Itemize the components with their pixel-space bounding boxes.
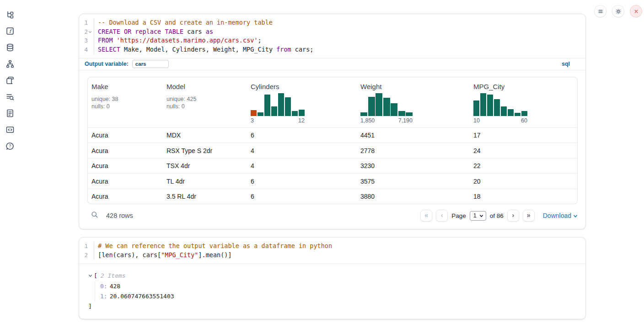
histogram-bar (406, 112, 413, 116)
histogram-bar (258, 112, 263, 116)
file-tree-icon[interactable] (5, 10, 15, 19)
column-header-weight[interactable]: Weight1,8507,190 (357, 77, 470, 127)
table-cell: Acura (88, 159, 163, 174)
column-header-make[interactable]: Makeunique: 38nulls: 0 (88, 77, 163, 127)
tree-value: 20.060747663551403 (110, 293, 174, 300)
download-button[interactable]: Download (543, 212, 578, 219)
table-cell: Acura (88, 174, 163, 189)
histogram-bar (515, 113, 521, 116)
table-row[interactable]: AcuraTL 4dr6357520 (88, 173, 577, 189)
table-cell: 4 (247, 143, 357, 158)
documentation-icon[interactable] (5, 109, 15, 118)
code-line[interactable]: 3FROM 'https://datasets.marimo.app/cars.… (79, 36, 585, 45)
code-line[interactable]: 2CREATE OR replace TABLE cars as (79, 27, 585, 37)
column-header-model[interactable]: Modelunique: 425nulls: 0 (163, 77, 247, 127)
fold-slot (88, 253, 92, 258)
table-cell: 4 (247, 159, 357, 174)
histogram-bar (368, 97, 375, 116)
collapse-chevron-icon[interactable] (88, 274, 92, 278)
table-row[interactable]: AcuraRSX Type S 2dr4277824 (88, 143, 577, 158)
table-row[interactable]: AcuraMDX6445117 (88, 127, 577, 143)
table-cell: 6 (247, 189, 357, 204)
prev-page-button[interactable]: ‹ (436, 210, 448, 222)
settings-button[interactable] (612, 5, 624, 17)
column-histogram[interactable]: 1060 (473, 93, 527, 124)
sql-code-editor[interactable]: 1-- Download a CSV and create an in-memo… (79, 14, 585, 58)
table-row[interactable]: AcuraTSX 4dr4323022 (88, 158, 577, 174)
line-number-gutter: 4 (79, 45, 94, 54)
line-number: 1 (84, 242, 88, 251)
histogram-bar (480, 93, 486, 116)
row-count-label: 428 rows (106, 212, 133, 219)
last-page-button[interactable]: » (523, 210, 535, 222)
items-count-label: 2 Items (101, 271, 126, 280)
logs-icon[interactable] (5, 92, 15, 101)
page-label: Page (451, 212, 466, 219)
code-line[interactable]: 1# We can reference the output variable … (79, 242, 585, 251)
table-cell: 6 (247, 174, 357, 189)
next-page-button[interactable]: › (507, 210, 519, 222)
line-number: 1 (84, 18, 88, 27)
histogram-axis-labels: 1,8507,190 (360, 117, 413, 124)
fold-chevron-icon[interactable] (88, 29, 92, 35)
table-cell: 6 (247, 128, 357, 143)
pagination: « ‹ Page 1 of 86 › » Download (420, 210, 578, 222)
table-cell: 20 (470, 174, 577, 189)
shutdown-button[interactable] (630, 5, 642, 17)
snippets-icon[interactable] (5, 125, 15, 134)
scratchpad-icon[interactable] (5, 76, 15, 85)
column-stats: unique: 425nulls: 0 (166, 95, 243, 111)
python-code-editor[interactable]: 1# We can reference the output variable … (79, 238, 585, 263)
code-line[interactable]: 1-- Download a CSV and create an in-memo… (79, 18, 585, 27)
chevron-down-icon (573, 214, 578, 218)
histogram-axis-labels: 1060 (473, 117, 527, 124)
histogram-bar (360, 112, 367, 116)
table-cell: 24 (470, 143, 577, 158)
table-cell: 3.5 RL 4dr (163, 189, 247, 204)
fold-slot (88, 38, 92, 43)
code-line[interactable]: 4SELECT Make, Model, Cylinders, Weight, … (79, 45, 585, 54)
help-icon[interactable]: ? (5, 142, 15, 151)
column-header-cylinders[interactable]: Cylinders312 (247, 77, 357, 127)
fold-slot (88, 47, 92, 53)
column-histogram[interactable]: 1,8507,190 (360, 93, 413, 124)
code-text: SELECT Make, Model, Cylinders, Weight, M… (94, 45, 313, 54)
search-icon[interactable] (91, 211, 98, 220)
histogram-bar (398, 111, 405, 116)
tree-entry: 1:20.060747663551403 (100, 291, 577, 302)
table-cell: 3230 (357, 159, 470, 174)
left-panel-sidebar: f? (0, 0, 20, 333)
histogram-bar (521, 111, 527, 116)
tree-key: 1: (100, 293, 107, 300)
variables-icon[interactable]: f (5, 26, 15, 36)
tree-value: 428 (110, 283, 120, 290)
svg-text:?: ? (9, 144, 11, 148)
column-name: Make (91, 83, 159, 90)
table-cell: 17 (470, 128, 577, 143)
column-histogram[interactable]: 312 (251, 93, 305, 124)
column-name: Model (166, 83, 243, 90)
dependency-graph-icon[interactable] (5, 59, 15, 69)
column-header-mpg_city[interactable]: MPG_City1060 (470, 77, 577, 127)
datasources-icon[interactable] (5, 43, 15, 52)
first-page-button[interactable]: « (420, 210, 432, 222)
table-cell: Acura (88, 189, 163, 204)
histogram-axis-labels: 312 (251, 117, 305, 124)
close-bracket: ] (88, 302, 577, 311)
code-text: FROM 'https://datasets.marimo.app/cars.c… (94, 36, 262, 45)
code-line[interactable]: 2[len(cars), cars["MPG_City"].mean()] (79, 251, 585, 260)
table-row[interactable]: Acura3.5 RL 4dr6388018 (88, 189, 577, 204)
column-name: Weight (360, 83, 466, 90)
svg-text:f: f (9, 28, 12, 34)
histogram-bar (383, 98, 390, 116)
table-cell: 3880 (357, 189, 470, 204)
table-footer: 428 rows « ‹ Page 1 of 86 › » Download (87, 208, 578, 223)
tree-root[interactable]: [2 Items (88, 271, 577, 280)
menu-button[interactable] (594, 5, 606, 17)
output-variable-input[interactable] (132, 60, 169, 68)
table-cell: 22 (470, 159, 577, 174)
tree-key: 0: (100, 283, 107, 290)
page-select[interactable]: 1 (470, 211, 486, 221)
language-label[interactable]: sql (562, 61, 570, 67)
output-variable-label: Output variable: (85, 61, 129, 67)
